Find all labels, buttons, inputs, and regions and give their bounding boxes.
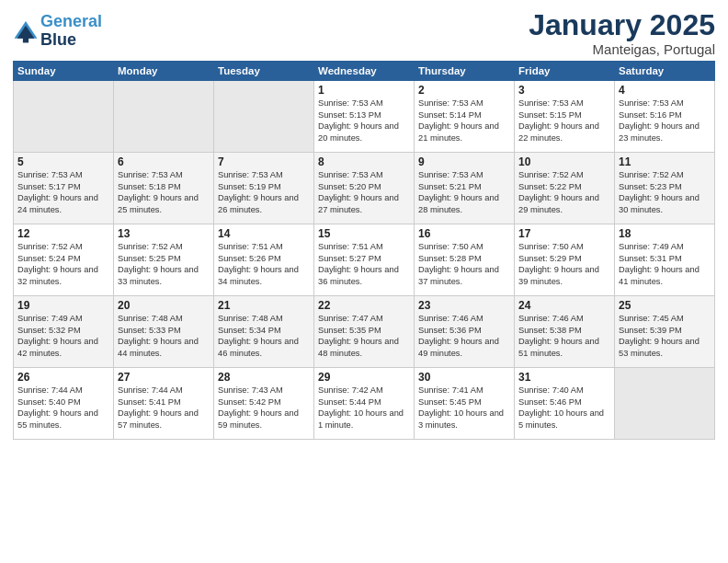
logo-text: GeneralBlue <box>40 13 102 50</box>
cell-info: Sunrise: 7:53 AM Sunset: 5:20 PM Dayligh… <box>318 169 410 215</box>
day-number: 20 <box>118 299 210 312</box>
day-number: 23 <box>418 299 510 312</box>
calendar-cell: 29Sunrise: 7:42 AM Sunset: 5:44 PM Dayli… <box>314 368 415 440</box>
cell-info: Sunrise: 7:49 AM Sunset: 5:31 PM Dayligh… <box>619 241 711 287</box>
day-number: 16 <box>418 227 510 240</box>
day-number: 11 <box>619 155 711 168</box>
week-row-4: 19Sunrise: 7:49 AM Sunset: 5:32 PM Dayli… <box>14 296 715 368</box>
month-title: January 2025 <box>529 9 715 41</box>
cell-info: Sunrise: 7:46 AM Sunset: 5:36 PM Dayligh… <box>418 313 510 359</box>
cell-info: Sunrise: 7:52 AM Sunset: 5:25 PM Dayligh… <box>118 241 210 287</box>
calendar-cell: 12Sunrise: 7:52 AM Sunset: 5:24 PM Dayli… <box>14 224 114 296</box>
calendar-cell: 27Sunrise: 7:44 AM Sunset: 5:41 PM Dayli… <box>114 368 214 440</box>
day-number: 8 <box>318 155 410 168</box>
cell-info: Sunrise: 7:51 AM Sunset: 5:27 PM Dayligh… <box>318 241 410 287</box>
cell-info: Sunrise: 7:50 AM Sunset: 5:28 PM Dayligh… <box>418 241 510 287</box>
cell-info: Sunrise: 7:44 AM Sunset: 5:41 PM Dayligh… <box>118 385 210 431</box>
cell-info: Sunrise: 7:52 AM Sunset: 5:24 PM Dayligh… <box>17 241 109 287</box>
cell-info: Sunrise: 7:53 AM Sunset: 5:13 PM Dayligh… <box>318 98 410 144</box>
calendar-table: SundayMondayTuesdayWednesdayThursdayFrid… <box>13 61 715 440</box>
calendar-cell: 21Sunrise: 7:48 AM Sunset: 5:34 PM Dayli… <box>214 296 314 368</box>
day-number: 7 <box>218 155 310 168</box>
weekday-header-sunday: Sunday <box>14 62 114 81</box>
cell-info: Sunrise: 7:50 AM Sunset: 5:29 PM Dayligh… <box>518 241 610 287</box>
cell-info: Sunrise: 7:46 AM Sunset: 5:38 PM Dayligh… <box>518 313 610 359</box>
location: Manteigas, Portugal <box>529 41 715 57</box>
day-number: 21 <box>218 299 310 312</box>
day-number: 4 <box>619 84 711 97</box>
day-number: 13 <box>118 227 210 240</box>
cell-info: Sunrise: 7:43 AM Sunset: 5:42 PM Dayligh… <box>218 385 310 431</box>
weekday-header-row: SundayMondayTuesdayWednesdayThursdayFrid… <box>14 62 715 81</box>
calendar-cell: 17Sunrise: 7:50 AM Sunset: 5:29 PM Dayli… <box>515 224 615 296</box>
day-number: 29 <box>318 371 410 384</box>
day-number: 5 <box>17 155 109 168</box>
cell-info: Sunrise: 7:48 AM Sunset: 5:33 PM Dayligh… <box>118 313 210 359</box>
calendar-cell: 8Sunrise: 7:53 AM Sunset: 5:20 PM Daylig… <box>314 153 415 224</box>
calendar-cell: 15Sunrise: 7:51 AM Sunset: 5:27 PM Dayli… <box>314 224 415 296</box>
day-number: 30 <box>418 371 510 384</box>
calendar-cell: 7Sunrise: 7:53 AM Sunset: 5:19 PM Daylig… <box>214 153 314 224</box>
calendar-cell <box>14 81 114 153</box>
weekday-header-friday: Friday <box>515 62 615 81</box>
cell-info: Sunrise: 7:48 AM Sunset: 5:34 PM Dayligh… <box>218 313 310 359</box>
calendar-cell: 31Sunrise: 7:40 AM Sunset: 5:46 PM Dayli… <box>515 368 615 440</box>
calendar-cell: 10Sunrise: 7:52 AM Sunset: 5:22 PM Dayli… <box>515 153 615 224</box>
calendar-cell: 18Sunrise: 7:49 AM Sunset: 5:31 PM Dayli… <box>615 224 715 296</box>
cell-info: Sunrise: 7:49 AM Sunset: 5:32 PM Dayligh… <box>17 313 109 359</box>
day-number: 19 <box>17 299 109 312</box>
cell-info: Sunrise: 7:53 AM Sunset: 5:18 PM Dayligh… <box>118 169 210 215</box>
cell-info: Sunrise: 7:53 AM Sunset: 5:16 PM Dayligh… <box>619 98 711 144</box>
day-number: 14 <box>218 227 310 240</box>
week-row-3: 12Sunrise: 7:52 AM Sunset: 5:24 PM Dayli… <box>14 224 715 296</box>
calendar-cell: 5Sunrise: 7:53 AM Sunset: 5:17 PM Daylig… <box>14 153 114 224</box>
calendar-cell: 16Sunrise: 7:50 AM Sunset: 5:28 PM Dayli… <box>415 224 515 296</box>
day-number: 3 <box>518 84 610 97</box>
day-number: 25 <box>619 299 711 312</box>
day-number: 22 <box>318 299 410 312</box>
day-number: 1 <box>318 84 410 97</box>
day-number: 17 <box>518 227 610 240</box>
calendar-cell: 20Sunrise: 7:48 AM Sunset: 5:33 PM Dayli… <box>114 296 214 368</box>
calendar-cell: 30Sunrise: 7:41 AM Sunset: 5:45 PM Dayli… <box>415 368 515 440</box>
cell-info: Sunrise: 7:53 AM Sunset: 5:21 PM Dayligh… <box>418 169 510 215</box>
calendar-cell: 26Sunrise: 7:44 AM Sunset: 5:40 PM Dayli… <box>14 368 114 440</box>
day-number: 15 <box>318 227 410 240</box>
weekday-header-wednesday: Wednesday <box>314 62 415 81</box>
weekday-header-saturday: Saturday <box>615 62 715 81</box>
calendar-cell: 3Sunrise: 7:53 AM Sunset: 5:15 PM Daylig… <box>515 81 615 153</box>
cell-info: Sunrise: 7:42 AM Sunset: 5:44 PM Dayligh… <box>318 385 410 431</box>
calendar-cell: 23Sunrise: 7:46 AM Sunset: 5:36 PM Dayli… <box>415 296 515 368</box>
day-number: 27 <box>118 371 210 384</box>
calendar-cell: 2Sunrise: 7:53 AM Sunset: 5:14 PM Daylig… <box>415 81 515 153</box>
calendar-cell: 28Sunrise: 7:43 AM Sunset: 5:42 PM Dayli… <box>214 368 314 440</box>
cell-info: Sunrise: 7:52 AM Sunset: 5:22 PM Dayligh… <box>518 169 610 215</box>
calendar-cell <box>615 368 715 440</box>
calendar-cell: 1Sunrise: 7:53 AM Sunset: 5:13 PM Daylig… <box>314 81 415 153</box>
calendar-cell: 9Sunrise: 7:53 AM Sunset: 5:21 PM Daylig… <box>415 153 515 224</box>
cell-info: Sunrise: 7:44 AM Sunset: 5:40 PM Dayligh… <box>17 385 109 431</box>
calendar-cell <box>114 81 214 153</box>
cell-info: Sunrise: 7:53 AM Sunset: 5:15 PM Dayligh… <box>518 98 610 144</box>
cell-info: Sunrise: 7:53 AM Sunset: 5:14 PM Dayligh… <box>418 98 510 144</box>
day-number: 2 <box>418 84 510 97</box>
calendar-cell: 22Sunrise: 7:47 AM Sunset: 5:35 PM Dayli… <box>314 296 415 368</box>
day-number: 6 <box>118 155 210 168</box>
calendar-cell: 24Sunrise: 7:46 AM Sunset: 5:38 PM Dayli… <box>515 296 615 368</box>
week-row-2: 5Sunrise: 7:53 AM Sunset: 5:17 PM Daylig… <box>14 153 715 224</box>
day-number: 9 <box>418 155 510 168</box>
calendar-cell: 6Sunrise: 7:53 AM Sunset: 5:18 PM Daylig… <box>114 153 214 224</box>
calendar-cell <box>214 81 314 153</box>
logo-icon <box>13 18 39 44</box>
logo: GeneralBlue <box>13 13 102 50</box>
cell-info: Sunrise: 7:41 AM Sunset: 5:45 PM Dayligh… <box>418 385 510 431</box>
day-number: 12 <box>17 227 109 240</box>
weekday-header-monday: Monday <box>114 62 214 81</box>
calendar-cell: 11Sunrise: 7:52 AM Sunset: 5:23 PM Dayli… <box>615 153 715 224</box>
cell-info: Sunrise: 7:45 AM Sunset: 5:39 PM Dayligh… <box>619 313 711 359</box>
calendar-cell: 13Sunrise: 7:52 AM Sunset: 5:25 PM Dayli… <box>114 224 214 296</box>
cell-info: Sunrise: 7:53 AM Sunset: 5:17 PM Dayligh… <box>17 169 109 215</box>
day-number: 10 <box>518 155 610 168</box>
calendar-cell: 4Sunrise: 7:53 AM Sunset: 5:16 PM Daylig… <box>615 81 715 153</box>
cell-info: Sunrise: 7:53 AM Sunset: 5:19 PM Dayligh… <box>218 169 310 215</box>
